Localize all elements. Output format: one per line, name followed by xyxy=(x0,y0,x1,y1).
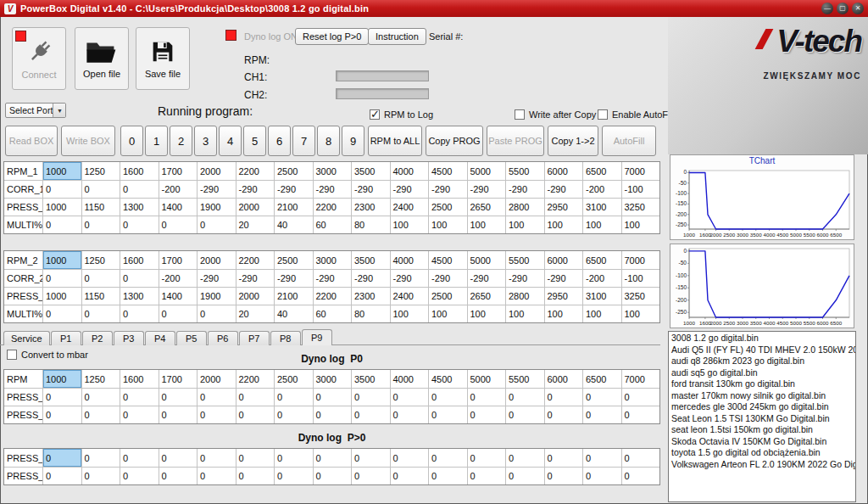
connect-button[interactable]: Connect xyxy=(12,27,66,90)
table-cell[interactable]: 0 xyxy=(43,449,82,467)
table-cell[interactable]: -290 xyxy=(429,270,468,287)
file-item[interactable]: Volkswagen Arteon FL 2.0 190KM 2022 Go D… xyxy=(671,459,853,471)
table-cell[interactable]: 1700 xyxy=(159,251,198,269)
table-cell[interactable]: 0 xyxy=(352,406,391,423)
file-item[interactable]: toyota 1.5 go digital od obciążenia.bin xyxy=(671,447,853,459)
table-cell[interactable]: 20 xyxy=(236,305,275,322)
tab-p6[interactable]: P6 xyxy=(208,331,238,345)
table-cell[interactable]: 0 xyxy=(236,389,275,406)
table-cell[interactable]: -290 xyxy=(198,270,236,287)
table-cell[interactable]: 0 xyxy=(120,468,159,484)
table-cell[interactable]: 0 xyxy=(314,389,353,406)
table-cell[interactable]: 0 xyxy=(43,305,82,322)
table-cell[interactable]: 0 xyxy=(622,406,660,423)
write-box-button[interactable]: Write BOX xyxy=(61,126,115,156)
table-cell[interactable]: -290 xyxy=(545,270,584,287)
table-cell[interactable]: 0 xyxy=(506,389,545,406)
table-cell[interactable]: 2200 xyxy=(314,199,353,216)
table-cell[interactable]: 4500 xyxy=(429,162,468,180)
open-file-button[interactable]: Open file xyxy=(75,27,129,90)
table-cell[interactable]: 0 xyxy=(314,449,353,467)
table-cell[interactable]: 40 xyxy=(275,305,314,322)
table-cell[interactable]: -290 xyxy=(468,181,507,198)
table-cell[interactable]: 0 xyxy=(236,406,275,423)
table-cell[interactable]: 0 xyxy=(236,449,275,467)
table-cell[interactable]: -290 xyxy=(391,270,430,287)
table-cell[interactable]: -290 xyxy=(391,181,430,198)
table-cell[interactable]: 1250 xyxy=(82,162,121,180)
table-cell[interactable]: 3500 xyxy=(352,251,391,269)
table-cell[interactable]: 2800 xyxy=(506,288,545,305)
table-cell[interactable]: 0 xyxy=(43,406,82,423)
tab-p7[interactable]: P7 xyxy=(239,331,270,345)
table-cell[interactable]: 2400 xyxy=(391,199,430,216)
table-cell[interactable]: 4000 xyxy=(391,162,430,180)
table-cell[interactable]: -200 xyxy=(583,181,622,198)
table-cell[interactable]: 60 xyxy=(314,216,353,233)
table-cell[interactable]: 6500 xyxy=(583,370,622,388)
table-cell[interactable]: 5500 xyxy=(506,162,545,180)
table-cell[interactable]: 0 xyxy=(82,270,121,287)
table-cell[interactable]: 0 xyxy=(429,389,468,406)
table-cell[interactable]: 0 xyxy=(198,216,236,233)
table-cell[interactable]: 1700 xyxy=(159,162,198,180)
table-cell[interactable]: 2100 xyxy=(275,288,314,305)
tab-p1[interactable]: P1 xyxy=(51,331,81,345)
table-cell[interactable]: 1900 xyxy=(198,288,236,305)
digit-button-7[interactable]: 7 xyxy=(292,126,315,156)
table-cell[interactable]: -100 xyxy=(622,181,660,198)
table-cell[interactable]: 0 xyxy=(198,389,236,406)
table-cell[interactable]: 7000 xyxy=(622,162,660,180)
table-cell[interactable]: -200 xyxy=(159,270,198,287)
table-cell[interactable]: 3250 xyxy=(622,199,660,216)
table-cell[interactable]: 0 xyxy=(275,449,314,467)
table-cell[interactable]: -290 xyxy=(236,270,275,287)
table-cell[interactable]: 100 xyxy=(429,216,468,233)
table-cell[interactable]: 6000 xyxy=(545,162,584,180)
digit-button-6[interactable]: 6 xyxy=(268,126,291,156)
table-cell[interactable]: 0 xyxy=(583,468,622,484)
table-cell[interactable]: 0 xyxy=(275,468,314,484)
table-cell[interactable]: 0 xyxy=(583,406,622,423)
autofill-button[interactable]: AutoFill xyxy=(602,126,656,156)
table-cell[interactable]: 0 xyxy=(583,449,622,467)
table-cell[interactable]: 5500 xyxy=(506,251,545,269)
table-cell[interactable]: 100 xyxy=(583,305,622,322)
table-cell[interactable]: 0 xyxy=(198,468,236,484)
table-cell[interactable]: 2200 xyxy=(236,162,275,180)
close-icon[interactable]: ✕ xyxy=(852,3,864,14)
table-cell[interactable]: 0 xyxy=(314,406,353,423)
table-cell[interactable]: 0 xyxy=(198,406,236,423)
table-cell[interactable]: 0 xyxy=(506,406,545,423)
table-cell[interactable]: 0 xyxy=(352,389,391,406)
table-cell[interactable]: 2950 xyxy=(545,199,584,216)
write-after-copy-checkbox[interactable] xyxy=(515,109,525,120)
table-cell[interactable]: 2000 xyxy=(236,199,275,216)
table-cell[interactable]: 0 xyxy=(468,406,507,423)
table-cell[interactable]: 0 xyxy=(120,406,159,423)
minimize-icon[interactable]: — xyxy=(821,3,833,14)
file-item[interactable]: ford transit 130km go digital.bin xyxy=(671,378,853,390)
table-cell[interactable]: 0 xyxy=(468,389,507,406)
table-cell[interactable]: 0 xyxy=(159,406,198,423)
table-cell[interactable]: -290 xyxy=(545,181,584,198)
table-cell[interactable]: 0 xyxy=(43,270,82,287)
file-item[interactable]: seat leon 1.5tsi 150km go digital.bin xyxy=(671,424,853,436)
table-cell[interactable]: 2400 xyxy=(391,288,430,305)
digit-button-3[interactable]: 3 xyxy=(194,126,217,156)
table-cell[interactable]: -290 xyxy=(198,181,236,198)
table-cell[interactable]: 1300 xyxy=(120,199,159,216)
table-cell[interactable]: 1400 xyxy=(159,199,198,216)
table-cell[interactable]: 2000 xyxy=(198,251,236,269)
reset-log-button[interactable]: Reset log P>0 xyxy=(295,28,369,45)
table-cell[interactable]: 1700 xyxy=(159,370,198,388)
table-cell[interactable]: -290 xyxy=(275,181,314,198)
enable-autofill-checkbox[interactable] xyxy=(598,109,608,120)
digit-button-2[interactable]: 2 xyxy=(170,126,192,156)
table-cell[interactable]: -200 xyxy=(583,270,622,287)
table-cell[interactable]: 0 xyxy=(43,389,82,406)
save-file-button[interactable]: Save file xyxy=(136,27,190,90)
table-cell[interactable]: 0 xyxy=(545,449,584,467)
table-cell[interactable]: 3000 xyxy=(314,162,353,180)
table-cell[interactable]: 2300 xyxy=(352,288,391,305)
